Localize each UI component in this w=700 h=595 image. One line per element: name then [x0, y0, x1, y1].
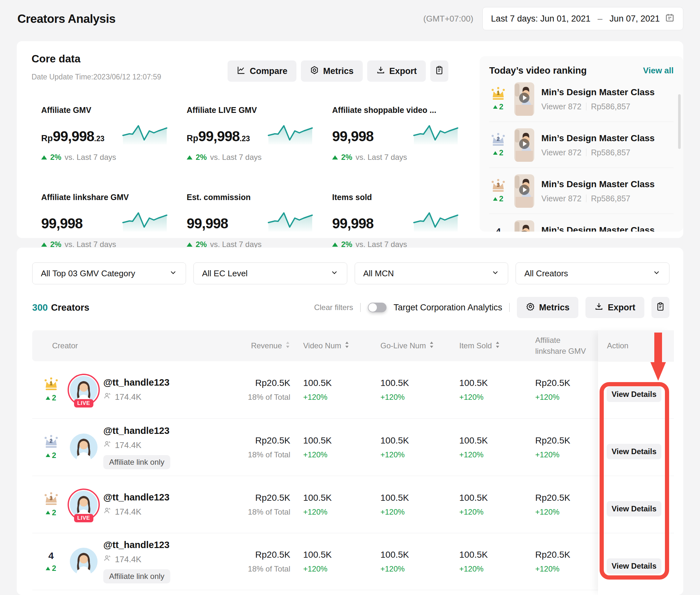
- live-badge: LIVE: [74, 399, 93, 407]
- video-revenue: Rp586,857: [591, 148, 630, 157]
- video-num-value: 100.5K: [303, 493, 368, 503]
- view-details-button[interactable]: View Details: [607, 558, 662, 574]
- ranking-scrollbar[interactable]: [678, 94, 681, 149]
- followers-count: 174.4K: [115, 392, 141, 402]
- video-num-value: 100.5K: [303, 550, 368, 560]
- chevron-down-icon: [652, 268, 661, 279]
- sparkline-chart: [413, 124, 458, 144]
- clipboard-icon: [656, 302, 665, 313]
- sparkline-chart: [122, 211, 167, 232]
- target-analytics-toggle[interactable]: [368, 303, 386, 312]
- core-metrics-grid: Affiliate GMV Rp99,998.23 2%vs. Last 7 d…: [41, 106, 478, 249]
- table-export-button[interactable]: Export: [586, 297, 644, 318]
- creators-analysis-page: Creators Analysis (GMT+07:00) Last 7 day…: [0, 0, 700, 595]
- avatar[interactable]: [70, 433, 98, 461]
- column-header-video-num[interactable]: Video Num: [290, 341, 368, 350]
- filter-ec-level[interactable]: All EC Level: [193, 262, 347, 284]
- filter-creators[interactable]: All Creators: [516, 262, 669, 284]
- core-metrics-button[interactable]: Metrics: [301, 60, 363, 82]
- metric-tile-shoppable-video: Affiliate shoppable video ... 99,998 2%v…: [332, 106, 467, 162]
- metrics-icon: [310, 66, 319, 77]
- video-num-delta: +120%: [303, 508, 368, 516]
- creator-handle[interactable]: @tt_handle123: [103, 540, 170, 550]
- golive-num-delta: +120%: [380, 393, 447, 402]
- trend-up-icon: [46, 511, 50, 514]
- core-copy-button[interactable]: [430, 60, 448, 82]
- date-range-picker[interactable]: Last 7 days: Jun 01, 2021 – Jun 07, 2021: [482, 7, 683, 30]
- sparkline-chart: [413, 211, 458, 232]
- table-metrics-button[interactable]: Metrics: [517, 297, 579, 318]
- date-range-separator: –: [598, 14, 602, 24]
- rank-number: 4: [495, 226, 501, 232]
- filter-mcn[interactable]: All MCN: [355, 262, 509, 284]
- rank-number: 4: [48, 550, 54, 561]
- view-details-button[interactable]: View Details: [607, 387, 662, 402]
- metric-tile-est-commission: Est. commission 99,998 2%vs. Last 7 days: [187, 193, 322, 249]
- affiliate-gmv-delta: +120%: [535, 564, 602, 573]
- column-header-revenue[interactable]: Revenue: [236, 341, 290, 350]
- column-header-item-sold[interactable]: Item Sold: [447, 341, 523, 350]
- golive-num-delta: +120%: [380, 564, 447, 573]
- viewer-count: Viewer 872: [541, 148, 582, 157]
- chevron-down-icon: [491, 268, 500, 279]
- action-column: Action View Details View Details View De…: [598, 330, 674, 595]
- video-title: Min’s Design Master Class: [541, 225, 655, 232]
- video-thumbnail[interactable]: [514, 82, 534, 116]
- table-header: Creator Revenue Video Num Go-Live Num It…: [32, 330, 668, 361]
- bronze-crown-icon: 3: [43, 492, 59, 506]
- ranking-item[interactable]: 1 2 Min’s Design Master Class Viewer 872…: [489, 82, 674, 116]
- video-thumbnail[interactable]: [514, 128, 534, 162]
- affiliate-gmv-value: Rp20.5K: [535, 493, 602, 503]
- followers-icon: [103, 440, 112, 451]
- creator-handle[interactable]: @tt_handle123: [103, 425, 170, 436]
- video-thumbnail[interactable]: [514, 174, 534, 208]
- filter-gmv-category[interactable]: All Top 03 GMV Category: [32, 262, 186, 284]
- filter-row: All Top 03 GMV Category All EC Level All…: [32, 262, 669, 284]
- view-details-button[interactable]: View Details: [607, 501, 662, 516]
- sort-icon[interactable]: [429, 341, 434, 350]
- table-copy-button[interactable]: [651, 297, 669, 318]
- golive-num-value: 100.5K: [380, 378, 447, 388]
- item-sold-delta: +120%: [459, 564, 523, 573]
- compare-button[interactable]: Compare: [227, 60, 296, 82]
- trend-up-icon: [493, 197, 497, 201]
- timezone-label: (GMT+07:00): [423, 14, 473, 24]
- column-header-affiliate-gmv[interactable]: Affiliatelinkshare GMV: [523, 335, 602, 357]
- clear-filters-link[interactable]: Clear filters: [314, 303, 353, 312]
- avatar[interactable]: LIVE: [70, 376, 98, 404]
- view-all-link[interactable]: View all: [643, 66, 674, 76]
- creator-handle[interactable]: @tt_handle123: [103, 377, 170, 388]
- video-thumbnail[interactable]: [514, 220, 534, 232]
- avatar[interactable]: [70, 548, 98, 575]
- view-details-button[interactable]: View Details: [607, 444, 662, 459]
- followers-icon: [103, 554, 112, 565]
- date-range-end: Jun 07, 2021: [610, 14, 660, 24]
- avatar[interactable]: LIVE: [70, 491, 98, 518]
- core-data-title: Core data: [31, 53, 80, 65]
- table-toolbar: 300Creators Clear filters Target Corpora…: [32, 296, 669, 318]
- header-right: (GMT+07:00) Last 7 days: Jun 01, 2021 – …: [423, 7, 683, 30]
- sort-icon[interactable]: [285, 341, 290, 350]
- item-sold-delta: +120%: [459, 393, 523, 402]
- creator-handle[interactable]: @tt_handle123: [103, 492, 170, 503]
- compare-icon: [237, 66, 246, 77]
- live-badge: LIVE: [74, 514, 93, 522]
- trend-up-icon: [187, 243, 192, 247]
- export-icon: [594, 302, 603, 313]
- video-num-delta: +120%: [303, 450, 368, 459]
- date-range-start: Last 7 days: Jun 01, 2021: [491, 14, 591, 24]
- sort-icon[interactable]: [495, 341, 500, 350]
- sort-icon[interactable]: [344, 341, 350, 350]
- page-title: Creators Analysis: [17, 12, 115, 26]
- sparkline-chart: [268, 124, 313, 144]
- followers-count: 174.4K: [115, 440, 141, 450]
- ranking-item[interactable]: 4 2 Min’s Design Master Class Viewer 872…: [489, 220, 674, 232]
- ranking-item[interactable]: 2 2 Min’s Design Master Class Viewer 872…: [489, 128, 674, 162]
- gold-crown-icon: 1: [490, 87, 506, 100]
- column-header-golive-num[interactable]: Go-Live Num: [368, 341, 447, 350]
- trend-up-icon: [46, 567, 50, 570]
- ranking-item[interactable]: 3 2 Min’s Design Master Class Viewer 872…: [489, 174, 674, 208]
- core-export-button[interactable]: Export: [367, 60, 426, 82]
- item-sold-value: 100.5K: [459, 550, 523, 560]
- table-row: 2 2 @tt_handle123 174.4K Affiliate link: [32, 419, 668, 476]
